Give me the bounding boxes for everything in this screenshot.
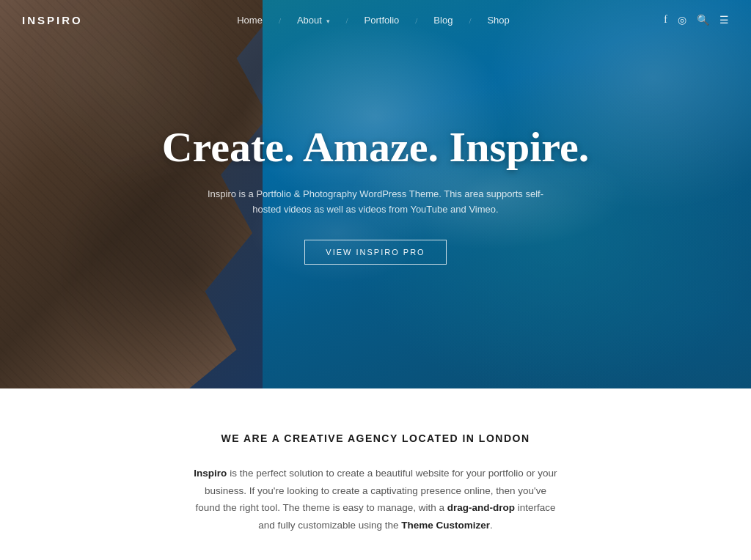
hero-title: Create. Amaze. Inspire. (162, 124, 590, 171)
nav-separator-3: / (415, 13, 417, 26)
chevron-down-icon: ▾ (326, 18, 330, 25)
hero-cta-button[interactable]: VIEW INSPIRO PRO (304, 240, 446, 265)
nav-link-shop[interactable]: Shop (487, 15, 509, 26)
hero-section: INSPIRO Home / About ▾ / Portfolio / Blo… (0, 0, 751, 388)
about-bold-customizer: Theme Customizer (401, 520, 490, 531)
about-body-text: Inspiro is the perfect solution to creat… (192, 465, 559, 534)
instagram-icon[interactable]: ◎ (678, 14, 686, 26)
nav-icons: f ◎ 🔍 ☰ (664, 14, 729, 26)
nav-link-about[interactable]: About ▾ (297, 15, 330, 26)
nav-separator-2: / (346, 13, 348, 26)
nav-separator-1: / (279, 13, 281, 26)
navbar: INSPIRO Home / About ▾ / Portfolio / Blo… (0, 0, 751, 40)
about-text-4: . (490, 520, 493, 531)
hero-subtitle: Inspiro is a Portfolio & Photography Wor… (199, 187, 552, 218)
nav-separator-4: / (469, 13, 471, 26)
nav-item-about[interactable]: About ▾ (297, 13, 330, 26)
about-bold-dragdrop: drag-and-drop (447, 502, 515, 513)
nav-link-blog[interactable]: Blog (433, 15, 453, 26)
nav-item-home[interactable]: Home (237, 13, 263, 26)
hero-content: Create. Amaze. Inspire. Inspiro is a Por… (133, 124, 619, 264)
about-heading: WE ARE A CREATIVE AGENCY LOCATED IN LOND… (29, 432, 722, 444)
nav-item-blog[interactable]: Blog (433, 13, 453, 26)
nav-link-portfolio[interactable]: Portfolio (364, 15, 400, 26)
search-icon[interactable]: 🔍 (697, 14, 709, 26)
browser-window: INSPIRO Home / About ▾ / Portfolio / Blo… (0, 0, 751, 560)
about-brand-name: Inspiro (194, 468, 227, 479)
menu-icon[interactable]: ☰ (719, 14, 729, 26)
brand-logo[interactable]: INSPIRO (22, 14, 83, 26)
nav-item-portfolio[interactable]: Portfolio (364, 13, 400, 26)
nav-link-home[interactable]: Home (237, 15, 263, 26)
nav-item-shop[interactable]: Shop (487, 13, 509, 26)
facebook-icon[interactable]: f (664, 14, 667, 26)
nav-links: Home / About ▾ / Portfolio / Blog / Shop (237, 13, 510, 26)
about-section: WE ARE A CREATIVE AGENCY LOCATED IN LOND… (0, 388, 751, 560)
